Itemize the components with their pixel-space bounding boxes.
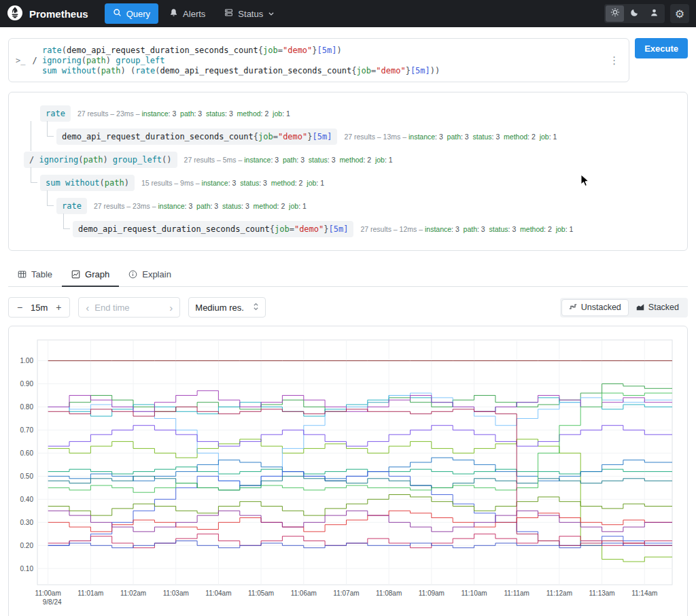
svg-text:11:01am: 11:01am xyxy=(77,589,103,597)
tree-node-stats: 27 results – 12ms – instance: 3 path: 3 … xyxy=(360,225,573,233)
graph-controls: − 15m + ‹ End time › Medium res. Unstack… xyxy=(8,297,688,318)
svg-text:11:13am: 11:13am xyxy=(589,589,614,597)
nav-item-alerts[interactable]: Alerts xyxy=(161,3,213,24)
theme-toggle-group xyxy=(604,4,665,23)
tree-node-chip[interactable]: rate xyxy=(40,105,71,122)
tab-table[interactable]: Table xyxy=(8,263,62,287)
brand[interactable]: Prometheus xyxy=(7,5,88,23)
svg-text:11:02am: 11:02am xyxy=(120,589,146,597)
navbar-right-controls: ⚙ xyxy=(604,4,689,23)
server-icon xyxy=(224,8,233,19)
tree-node-chip[interactable]: sum without(path) xyxy=(40,175,135,191)
unstacked-button[interactable]: Unstacked xyxy=(561,299,629,316)
stacked-chart-icon xyxy=(636,303,644,313)
resolution-value: Medium res. xyxy=(195,303,244,313)
gear-icon: ⚙ xyxy=(675,7,684,20)
chevron-right-icon[interactable]: › xyxy=(169,302,173,313)
svg-text:11:14am: 11:14am xyxy=(631,589,657,597)
tab-label: Explain xyxy=(142,269,171,279)
tree-row: sum without(path)15 results – 9ms – inst… xyxy=(18,171,678,194)
prometheus-logo-icon xyxy=(7,5,23,23)
tree-row: demo_api_request_duration_seconds_count{… xyxy=(18,125,678,148)
duration-increase-button[interactable]: + xyxy=(50,302,67,313)
unstacked-chart-icon xyxy=(569,303,577,313)
info-icon xyxy=(128,270,137,279)
theme-system-button[interactable] xyxy=(645,5,663,22)
svg-text:9/8/24: 9/8/24 xyxy=(43,598,62,606)
settings-button[interactable]: ⚙ xyxy=(670,4,689,23)
svg-text:0.10: 0.10 xyxy=(20,565,34,572)
nav-item-status[interactable]: Status xyxy=(216,3,283,24)
tree-connector-line xyxy=(31,121,31,151)
tree-node-chip[interactable]: demo_api_request_duration_seconds_count{… xyxy=(56,129,337,145)
svg-text:11:05am: 11:05am xyxy=(248,589,274,597)
end-time-input[interactable]: ‹ End time › xyxy=(78,297,180,318)
tree-connector-line xyxy=(47,121,54,137)
tab-label: Table xyxy=(31,269,52,279)
nav-alerts-label: Alerts xyxy=(183,9,205,19)
nav-item-query[interactable]: Query xyxy=(105,3,158,24)
duration-decrease-button[interactable]: − xyxy=(12,302,28,313)
stacked-button[interactable]: Stacked xyxy=(629,299,686,316)
tree-connector-line xyxy=(63,213,70,229)
graph-panel: 11:00am9/8/2411:01am11:02am11:03am11:04a… xyxy=(8,326,688,616)
tab-graph[interactable]: Graph xyxy=(62,263,119,287)
svg-text:11:10am: 11:10am xyxy=(461,589,487,597)
svg-text:0.50: 0.50 xyxy=(20,473,34,480)
tree-connector-line xyxy=(47,190,54,206)
nav-query-label: Query xyxy=(126,9,150,19)
svg-text:0.40: 0.40 xyxy=(20,496,34,503)
svg-text:11:08am: 11:08am xyxy=(376,589,402,597)
query-editor[interactable]: >_ rate(demo_api_request_duration_second… xyxy=(8,38,629,82)
tree-row: rate27 results – 23ms – instance: 3 path… xyxy=(18,194,678,218)
duration-value[interactable]: 15m xyxy=(28,303,50,313)
expression-line[interactable]: rate(demo_api_request_duration_seconds_c… xyxy=(32,46,599,56)
resolution-select[interactable]: Medium res. xyxy=(188,297,266,318)
tree-node-chip[interactable]: / ignoring(path) group_left() xyxy=(24,152,177,168)
main-content: >_ rate(demo_api_request_duration_second… xyxy=(0,38,696,616)
bell-icon xyxy=(169,8,178,19)
expression-line[interactable]: / ignoring(path) group_left xyxy=(32,56,599,66)
tree-node-stats: 27 results – 5ms – instance: 3 path: 3 s… xyxy=(184,156,393,164)
promql-expression-input[interactable]: rate(demo_api_request_duration_seconds_c… xyxy=(32,44,599,76)
tree-node-chip[interactable]: demo_api_request_duration_seconds_count{… xyxy=(73,221,353,237)
duration-stepper: − 15m + xyxy=(8,297,70,318)
chevron-left-icon[interactable]: ‹ xyxy=(86,302,89,313)
tree-connector-line xyxy=(31,167,37,183)
tab-explain[interactable]: Explain xyxy=(119,263,181,287)
stacked-label: Stacked xyxy=(648,303,679,312)
graph-canvas[interactable]: 11:00am9/8/2411:01am11:02am11:03am11:04a… xyxy=(16,333,680,616)
tree-node-stats: 27 results – 23ms – instance: 3 path: 3 … xyxy=(77,109,290,118)
tree-node-stats: 15 results – 9ms – instance: 3 status: 3… xyxy=(141,179,324,187)
kebab-menu-icon[interactable]: ⋮ xyxy=(606,54,622,67)
theme-light-button[interactable] xyxy=(606,5,624,22)
svg-text:11:06am: 11:06am xyxy=(291,589,317,597)
terminal-prompt-icon: >_ xyxy=(16,56,25,65)
query-row: >_ rate(demo_api_request_duration_second… xyxy=(8,38,688,82)
svg-text:11:00am: 11:00am xyxy=(35,589,61,597)
tree-row: demo_api_request_duration_seconds_count{… xyxy=(18,218,678,241)
stack-toggle-group: Unstacked Stacked xyxy=(560,298,688,318)
svg-text:11:03am: 11:03am xyxy=(163,589,189,597)
top-navbar: Prometheus Query Alerts Status ⚙ xyxy=(0,0,696,27)
theme-dark-button[interactable] xyxy=(625,5,644,22)
person-icon xyxy=(650,7,659,20)
brand-title: Prometheus xyxy=(29,8,88,20)
tree-node-stats: 27 results – 13ms – instance: 3 path: 3 … xyxy=(344,133,557,141)
svg-text:0.70: 0.70 xyxy=(20,426,34,434)
chevron-down-icon xyxy=(268,9,275,19)
expression-line[interactable]: sum without(path) (rate(demo_api_request… xyxy=(32,66,599,76)
query-tree-panel: rate27 results – 23ms – instance: 3 path… xyxy=(8,92,688,251)
svg-text:0.20: 0.20 xyxy=(20,542,34,549)
query-tree: rate27 results – 23ms – instance: 3 path… xyxy=(18,102,678,241)
svg-text:11:11am: 11:11am xyxy=(504,589,529,597)
unstacked-label: Unstacked xyxy=(581,303,621,312)
execute-button[interactable]: Execute xyxy=(635,38,688,58)
select-chevrons-icon xyxy=(253,302,259,313)
end-time-placeholder: End time xyxy=(94,303,164,313)
chart-icon xyxy=(71,270,80,279)
tree-node-stats: 27 results – 23ms – instance: 3 path: 3 … xyxy=(94,202,307,210)
tree-row: / ignoring(path) group_left()27 results … xyxy=(18,148,678,171)
moon-icon xyxy=(630,7,639,20)
tree-node-chip[interactable]: rate xyxy=(56,198,87,214)
